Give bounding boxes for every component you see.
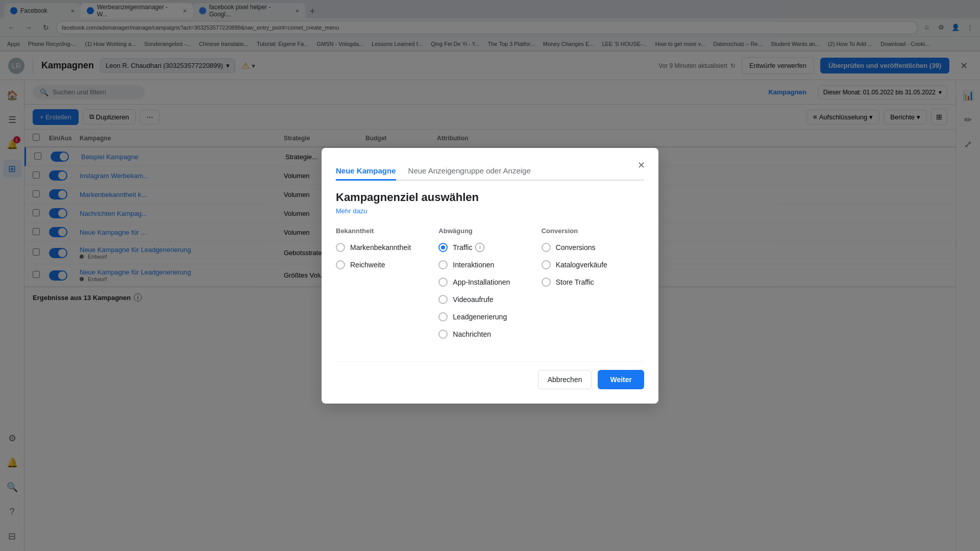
modal-title: Kampagnenziel auswählen <box>336 191 644 204</box>
option-app-installationen[interactable]: App-Installationen <box>438 278 541 287</box>
option-katalogverkaufe[interactable]: Katalogverkäufe <box>542 260 644 269</box>
radio-app-installationen[interactable] <box>438 278 448 287</box>
option-reichweite[interactable]: Reichweite <box>336 260 438 269</box>
modal-columns: Bekanntheit Markenbekanntheit Reichweite… <box>336 227 644 347</box>
modal-overlay: Neue Kampagne Neue Anzeigengruppe oder A… <box>0 0 980 551</box>
option-leadgenerierung[interactable]: Leadgenerierung <box>438 312 541 321</box>
cancel-button[interactable]: Abbrechen <box>538 370 592 389</box>
modal-close-button[interactable]: ✕ <box>634 158 648 172</box>
radio-nachrichten[interactable] <box>438 330 448 339</box>
traffic-row: Traffic i <box>453 243 484 252</box>
modal-col-conversion: Conversion Conversions Katalogverkäufe S… <box>542 227 644 347</box>
radio-traffic[interactable] <box>438 243 448 252</box>
option-nachrichten[interactable]: Nachrichten <box>438 330 541 339</box>
modal-tab-new-adgroup[interactable]: Neue Anzeigengruppe oder Anzeige <box>408 162 531 181</box>
option-app-installationen-label: App-Installationen <box>453 278 510 286</box>
col-header-conversion: Conversion <box>542 227 644 235</box>
modal-footer: Abbrechen Weiter <box>336 361 644 389</box>
col-header-abwagung: Abwägung <box>438 227 541 235</box>
option-videoaufrufe[interactable]: Videoaufrufe <box>438 295 541 304</box>
radio-katalogverkaufe[interactable] <box>542 260 551 269</box>
option-store-traffic-label: Store Traffic <box>556 278 594 286</box>
option-interaktionen[interactable]: Interaktionen <box>438 260 541 269</box>
modal-col-bekanntheit: Bekanntheit Markenbekanntheit Reichweite <box>336 227 438 347</box>
option-traffic[interactable]: Traffic i <box>438 243 541 252</box>
radio-conversions[interactable] <box>542 243 551 252</box>
option-traffic-label: Traffic <box>453 243 472 252</box>
modal-subtitle-link[interactable]: Mehr dazu <box>336 207 644 215</box>
option-store-traffic[interactable]: Store Traffic <box>542 278 644 287</box>
option-videoaufrufe-label: Videoaufrufe <box>453 295 493 304</box>
option-katalogverkaufe-label: Katalogverkäufe <box>556 261 607 269</box>
radio-videoaufrufe[interactable] <box>438 295 448 304</box>
confirm-button[interactable]: Weiter <box>598 370 644 389</box>
radio-store-traffic[interactable] <box>542 278 551 287</box>
option-nachrichten-label: Nachrichten <box>453 330 491 338</box>
option-conversions-label: Conversions <box>556 243 596 252</box>
modal-tab-new-campaign[interactable]: Neue Kampagne <box>336 162 396 181</box>
modal-tabs: Neue Kampagne Neue Anzeigengruppe oder A… <box>336 162 644 181</box>
option-markenbekanntheit-label: Markenbekanntheit <box>350 243 411 252</box>
option-interaktionen-label: Interaktionen <box>453 261 494 269</box>
traffic-info-icon[interactable]: i <box>475 243 484 252</box>
option-conversions[interactable]: Conversions <box>542 243 644 252</box>
radio-markenbekanntheit[interactable] <box>336 243 345 252</box>
option-leadgenerierung-label: Leadgenerierung <box>453 313 507 321</box>
col-header-bekanntheit: Bekanntheit <box>336 227 438 235</box>
radio-interaktionen[interactable] <box>438 260 448 269</box>
modal-dialog: Neue Kampagne Neue Anzeigengruppe oder A… <box>322 148 658 404</box>
option-reichweite-label: Reichweite <box>350 261 385 269</box>
modal-col-abwagung: Abwägung Traffic i Interaktionen App-Ins… <box>438 227 541 347</box>
radio-reichweite[interactable] <box>336 260 345 269</box>
radio-leadgenerierung[interactable] <box>438 312 448 321</box>
option-markenbekanntheit[interactable]: Markenbekanntheit <box>336 243 438 252</box>
